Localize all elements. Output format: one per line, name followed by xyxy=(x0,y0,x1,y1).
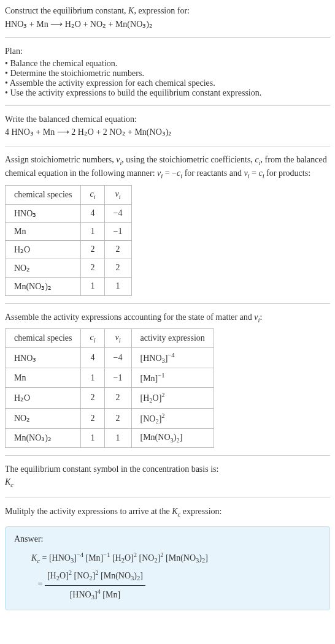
activity-intro: Assemble the activity expressions accoun… xyxy=(5,311,330,325)
answer-box: Answer: Kc = [HNO3]−4 [Mn]−1 [H2O]2 [NO2… xyxy=(5,526,330,610)
table-header-row: chemical species ci νi xyxy=(6,185,132,204)
header-title: Construct the equilibrium constant, K, e… xyxy=(5,5,330,17)
divider xyxy=(5,303,330,304)
eqconst-line1: The equilibrium constant symbol in the c… xyxy=(5,463,330,475)
cell-species: Mn xyxy=(6,222,81,240)
table-row: Mn(NO₃)₂ 1 1 [Mn(NO3)2] xyxy=(6,429,214,448)
col-species: chemical species xyxy=(6,185,81,204)
col-c: ci xyxy=(81,185,104,204)
table-header-row: chemical species ci νi activity expressi… xyxy=(6,329,214,348)
cell-species: Mn xyxy=(6,368,81,388)
cell-species: NO₂ xyxy=(6,408,81,428)
stoich-table: chemical species ci νi HNO₃ 4 −4 Mn 1 −1… xyxy=(5,185,132,296)
cell-species: HNO₃ xyxy=(6,348,81,368)
cell-c: 4 xyxy=(81,204,104,222)
cell-species: Mn(NO₃)₂ xyxy=(6,429,81,448)
cell-nu: −4 xyxy=(104,204,131,222)
divider xyxy=(5,146,330,146)
header-line1-post: , expression for: xyxy=(134,6,190,15)
plan-item: Balance the chemical equation. xyxy=(5,59,330,69)
col-species: chemical species xyxy=(6,329,81,348)
eqconst-symbol: Kc xyxy=(5,476,330,490)
table-row: Mn 1 −1 xyxy=(6,222,132,240)
cell-c: 1 xyxy=(81,368,104,388)
divider xyxy=(5,105,330,106)
cell-nu: 2 xyxy=(104,408,131,428)
cell-activity: [Mn(NO3)2] xyxy=(131,429,214,448)
cell-c: 2 xyxy=(81,259,104,277)
activity-table: chemical species ci νi activity expressi… xyxy=(5,328,214,448)
header-line1-pre: Construct the equilibrium constant, xyxy=(5,6,128,15)
plan-item: Assemble the activity expression for eac… xyxy=(5,78,330,88)
cell-activity: [Mn]−1 xyxy=(131,368,214,388)
balanced-section: Write the balanced chemical equation: 4 … xyxy=(5,113,330,138)
stoich-intro: Assign stoichiometric numbers, νi, using… xyxy=(5,154,330,181)
table-row: Mn(NO₃)₂ 1 1 xyxy=(6,277,132,295)
cell-species: H₂O xyxy=(6,240,81,259)
stoich-section: Assign stoichiometric numbers, νi, using… xyxy=(5,154,330,296)
col-nu: νi xyxy=(104,329,131,348)
cell-activity: [H2O]2 xyxy=(131,388,214,408)
multiply-section: Mulitply the activity expressions to arr… xyxy=(5,506,330,519)
header-section: Construct the equilibrium constant, K, e… xyxy=(5,5,330,30)
table-row: HNO₃ 4 −4 xyxy=(6,204,132,222)
eqconst-section: The equilibrium constant symbol in the c… xyxy=(5,463,330,490)
cell-species: HNO₃ xyxy=(6,204,81,222)
cell-activity: [HNO3]−4 xyxy=(131,348,214,368)
cell-nu: −1 xyxy=(104,222,131,240)
cell-nu: 2 xyxy=(104,388,131,408)
table-row: H₂O 2 2 [H2O]2 xyxy=(6,388,214,408)
plan-title: Plan: xyxy=(5,45,330,58)
cell-c: 1 xyxy=(81,222,104,240)
cell-nu: 2 xyxy=(104,240,131,259)
balanced-title: Write the balanced chemical equation: xyxy=(5,113,330,126)
divider xyxy=(5,498,330,498)
activity-section: Assemble the activity expressions accoun… xyxy=(5,311,330,448)
cell-nu: 2 xyxy=(104,259,131,277)
plan-item: Determine the stoichiometric numbers. xyxy=(5,69,330,78)
cell-nu: −4 xyxy=(104,348,131,368)
table-row: H₂O 2 2 xyxy=(6,240,132,259)
plan-item: Use the activity expressions to build th… xyxy=(5,88,330,98)
header-equation: HNO₃ + Mn ⟶ H₂O + NO₂ + Mn(NO₃)₂ xyxy=(5,18,330,31)
col-activity: activity expression xyxy=(131,329,214,348)
cell-c: 1 xyxy=(81,429,104,448)
table-row: HNO₃ 4 −4 [HNO3]−4 xyxy=(6,348,214,368)
answer-expression: Kc = [HNO3]−4 [Mn]−1 [H2O]2 [NO2]2 [Mn(N… xyxy=(14,549,321,604)
col-c: ci xyxy=(81,329,104,348)
divider xyxy=(5,455,330,456)
answer-fraction: [H2O]2 [NO2]2 [Mn(NO3)2] [HNO3]4 [Mn] xyxy=(45,567,145,604)
cell-c: 2 xyxy=(81,408,104,428)
divider xyxy=(5,37,330,38)
answer-label: Answer: xyxy=(14,533,321,545)
plan-list: Balance the chemical equation. Determine… xyxy=(5,59,330,98)
col-nu: νi xyxy=(104,185,131,204)
table-row: NO₂ 2 2 [NO2]2 xyxy=(6,408,214,428)
cell-species: Mn(NO₃)₂ xyxy=(6,277,81,295)
cell-nu: −1 xyxy=(104,368,131,388)
balanced-equation: 4 HNO₃ + Mn ⟶ 2 H₂O + 2 NO₂ + Mn(NO₃)₂ xyxy=(5,126,330,138)
cell-activity: [NO2]2 xyxy=(131,408,214,428)
cell-c: 2 xyxy=(81,388,104,408)
cell-c: 4 xyxy=(81,348,104,368)
cell-c: 2 xyxy=(81,240,104,259)
header-K: K xyxy=(128,6,134,15)
table-row: NO₂ 2 2 xyxy=(6,259,132,277)
table-row: Mn 1 −1 [Mn]−1 xyxy=(6,368,214,388)
cell-nu: 1 xyxy=(104,429,131,448)
multiply-text: Mulitply the activity expressions to arr… xyxy=(5,506,330,519)
fraction-numerator: [H2O]2 [NO2]2 [Mn(NO3)2] xyxy=(45,567,145,585)
cell-nu: 1 xyxy=(104,277,131,295)
cell-c: 1 xyxy=(81,277,104,295)
cell-species: H₂O xyxy=(6,388,81,408)
cell-species: NO₂ xyxy=(6,259,81,277)
fraction-denominator: [HNO3]4 [Mn] xyxy=(45,586,145,604)
plan-section: Plan: Balance the chemical equation. Det… xyxy=(5,45,330,98)
